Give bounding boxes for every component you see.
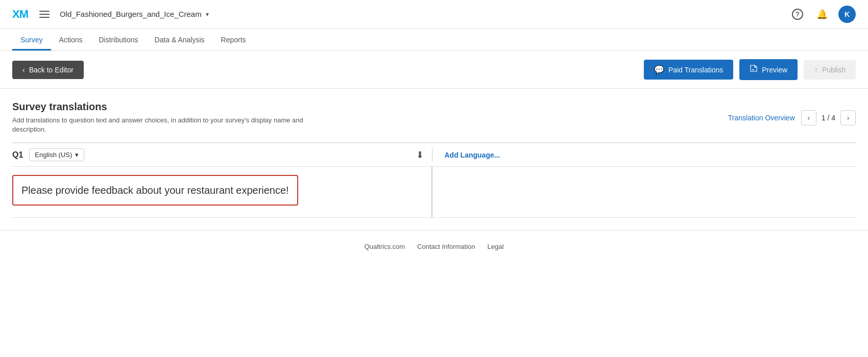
back-arrow-icon: ‹ — [22, 66, 25, 74]
top-header: XM Old_Fashioned_Burgers_and_Ice_Cream ▾… — [0, 0, 868, 29]
publish-button[interactable]: ↑ Publish — [804, 60, 856, 80]
preview-label: Preview — [762, 66, 787, 74]
question-content-row: Please provide feedback about your resta… — [12, 167, 856, 218]
xm-logo[interactable]: XM — [12, 8, 28, 21]
user-avatar-button[interactable]: K — [838, 6, 856, 23]
main-content: Survey translations Add translations to … — [0, 89, 868, 218]
tab-survey[interactable]: Survey — [12, 31, 51, 50]
notification-button[interactable]: 🔔 — [814, 6, 830, 22]
hamburger-menu-button[interactable] — [37, 9, 52, 20]
toolbar: ‹ Back to Editor 💬 Paid Translations Pre… — [0, 51, 868, 89]
footer: Qualtrics.com Contact Information Legal — [0, 230, 868, 263]
table-header-row: Q1 English (US) ▾ ⬇ Add Language... — [12, 143, 856, 167]
add-language-link[interactable]: Add Language... — [445, 151, 500, 159]
paid-translations-icon: 💬 — [654, 65, 664, 74]
help-button[interactable]: ? — [789, 6, 806, 22]
translation-table: Q1 English (US) ▾ ⬇ Add Language... Plea… — [12, 142, 856, 218]
nav-tabs: Survey Actions Distributions Data & Anal… — [0, 29, 868, 51]
translation-cell — [432, 167, 856, 217]
header-right-actions: ? 🔔 K — [789, 6, 856, 23]
translation-overview-link[interactable]: Translation Overview — [728, 114, 795, 122]
publish-label: Publish — [822, 66, 846, 74]
next-chevron-icon: › — [847, 114, 850, 122]
question-text-cell: Please provide feedback about your resta… — [12, 167, 431, 217]
language-dropdown-arrow-icon: ▾ — [75, 151, 79, 159]
tab-distributions[interactable]: Distributions — [91, 31, 147, 50]
translations-title: Survey translations — [12, 101, 728, 113]
footer-contact-link[interactable]: Contact Information — [417, 243, 475, 250]
question-text-box[interactable]: Please provide feedback about your resta… — [12, 175, 298, 206]
hamburger-line-3 — [39, 17, 50, 18]
left-column-header: Q1 English (US) ▾ ⬇ — [12, 148, 432, 161]
page-indicator: 1 / 4 — [818, 114, 838, 122]
back-to-editor-button[interactable]: ‹ Back to Editor — [12, 61, 84, 79]
survey-name: Old_Fashioned_Burgers_and_Ice_Cream — [60, 10, 202, 18]
preview-button[interactable]: Preview — [739, 59, 798, 80]
hamburger-line-2 — [39, 14, 50, 15]
hamburger-line-1 — [39, 11, 50, 12]
translations-description: Add translations to question text and an… — [12, 116, 319, 134]
footer-links: Qualtrics.com Contact Information Legal — [12, 243, 856, 250]
avatar-initial: K — [845, 10, 850, 18]
publish-icon: ↑ — [814, 65, 818, 74]
page-nav-arrows: ‹ 1 / 4 › — [801, 110, 856, 125]
help-icon: ? — [792, 9, 803, 20]
right-column-header: Add Language... — [432, 150, 856, 160]
language-label: English (US) — [35, 151, 72, 159]
tab-reports[interactable]: Reports — [213, 31, 254, 50]
prev-page-button[interactable]: ‹ — [801, 110, 816, 125]
tab-data-analysis[interactable]: Data & Analysis — [147, 31, 213, 50]
survey-title-dropdown[interactable]: Old_Fashioned_Burgers_and_Ice_Cream ▾ — [60, 10, 209, 18]
language-dropdown[interactable]: English (US) ▾ — [29, 148, 84, 161]
prev-chevron-icon: ‹ — [807, 114, 810, 122]
chevron-down-icon: ▾ — [206, 11, 209, 18]
download-icon[interactable]: ⬇ — [416, 149, 424, 161]
bell-icon: 🔔 — [816, 9, 828, 20]
tab-actions[interactable]: Actions — [51, 31, 91, 50]
preview-icon — [750, 64, 758, 75]
question-label: Q1 — [12, 150, 23, 160]
toolbar-right: 💬 Paid Translations Preview ↑ Publish — [644, 59, 856, 80]
paid-translations-label: Paid Translations — [668, 66, 723, 74]
back-to-editor-label: Back to Editor — [29, 66, 74, 74]
next-page-button[interactable]: › — [840, 110, 856, 125]
footer-qualtrics-link[interactable]: Qualtrics.com — [365, 243, 405, 250]
translations-nav: Translation Overview ‹ 1 / 4 › — [728, 110, 856, 125]
paid-translations-button[interactable]: 💬 Paid Translations — [644, 60, 733, 80]
translations-title-section: Survey translations Add translations to … — [12, 101, 728, 134]
footer-legal-link[interactable]: Legal — [488, 243, 504, 250]
translations-header: Survey translations Add translations to … — [12, 101, 856, 134]
